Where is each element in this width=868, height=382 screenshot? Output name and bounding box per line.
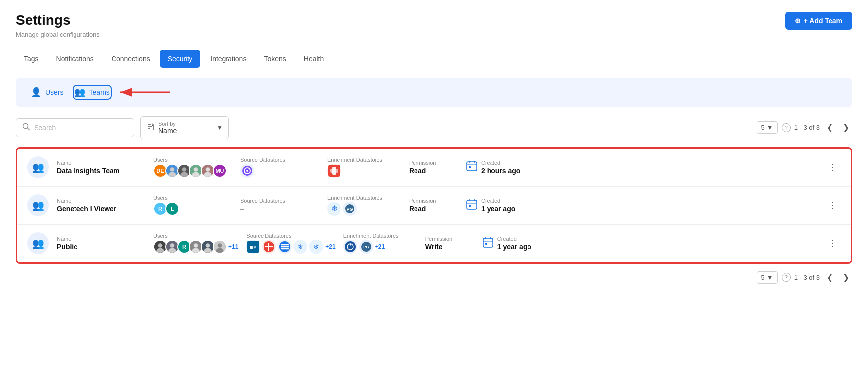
ds-icons: – [240,205,319,213]
ds-icon: ❄ [294,240,307,254]
svg-point-15 [194,167,198,172]
enrichment-col: Enrichment Datastores [327,157,401,178]
enrichment-icon: PG [343,202,357,216]
source-ds-label: Source Datastores [246,233,335,239]
svg-rect-67 [483,238,493,247]
team-name-col: Name Public [57,236,146,251]
created-label: Created [497,236,531,242]
page-subtitle: Manage global configurations [16,31,100,38]
tab-connections[interactable]: Connections [104,50,158,68]
page-size-chevron-icon: ▼ [767,274,773,281]
page-size-select-bottom[interactable]: 5 ▼ [757,271,778,284]
help-icon-top[interactable]: ? [782,123,791,132]
sort-by-value: Name [158,127,213,135]
page-title-section: Settings Manage global configurations [16,12,100,38]
enrichment-col: Enrichment Datastores ❄ PG [327,195,401,216]
enrichment-col: Enrichment Datastores PG +21 [343,233,417,254]
tab-integrations[interactable]: Integrations [202,50,254,68]
team-icon-genetech: 👥 [27,194,49,216]
more-options-button[interactable]: ⋮ [824,236,841,251]
more-options-button[interactable]: ⋮ [824,160,841,175]
sort-by-label: Sort by [158,121,213,127]
svg-point-18 [206,167,210,172]
tab-security[interactable]: Security [160,50,201,68]
ds-icon: IBM [246,240,260,254]
enrichment-ds-label: Enrichment Datastores [327,195,401,201]
page-header: Settings Manage global configurations ⊕ … [16,12,852,38]
source-datastores-col: Source Datastores – [240,198,319,213]
users-label: Users [153,157,232,163]
svg-point-51 [218,243,222,248]
permission-col: Permission Read [409,160,458,175]
sort-label-wrap: Sort by Name [158,121,213,135]
pagination-range-bottom: 1 - 3 of 3 [794,274,820,281]
source-datastores-col: Source Datastores IBM ❄ ❄ +21 [246,233,335,254]
search-box[interactable] [16,118,134,137]
svg-point-64 [349,244,351,245]
team-name-col: Name Genetech I Viewer [57,198,146,213]
users-col: Users R [153,233,238,254]
source-ds-label: Source Datastores [240,157,319,163]
more-options-button[interactable]: ⋮ [824,198,841,213]
users-label: Users [153,233,238,239]
created-info: Created 1 year ago [481,198,515,213]
svg-rect-25 [330,169,338,173]
next-page-button-top[interactable]: ❯ [840,122,852,133]
ds-icon [262,240,276,254]
ds-icons: IBM ❄ ❄ +21 [246,240,335,254]
calendar-icon [483,237,493,249]
help-icon-bottom[interactable]: ? [782,273,791,282]
sub-nav-users[interactable]: 👤 Users [22,82,73,103]
name-label: Name [57,160,146,166]
search-input[interactable] [34,124,128,132]
tab-notifications[interactable]: Notifications [48,50,102,68]
svg-text:PG: PG [363,245,369,249]
avatar: L [165,202,179,216]
name-label: Name [57,198,146,204]
ds-icons [240,164,319,178]
permission-value: Write [425,243,475,251]
svg-text:PG: PG [346,207,353,212]
page-size-select-top[interactable]: 5 ▼ [757,121,778,134]
created-label: Created [481,198,515,204]
permission-col: Permission Read [409,198,458,213]
add-team-button[interactable]: ⊕ + Add Team [785,12,852,30]
permission-label: Permission [425,236,475,242]
team-icon-public: 👥 [27,232,49,254]
users-icon: 👤 [31,87,41,98]
page-size-value-bottom: 5 [761,274,765,281]
users-label: Users [153,195,232,201]
svg-rect-30 [469,166,471,168]
created-info: Created 1 year ago [497,236,531,251]
tab-tags[interactable]: Tags [16,50,46,68]
team-name-value: Public [57,243,146,251]
search-icon [22,123,30,133]
avatar-group: DE MU [153,164,232,178]
enrichment-ds-label: Enrichment Datastores [327,157,401,163]
avatar-group: R +11 [153,240,238,254]
source-ds-extra: +21 [325,243,335,250]
svg-point-62 [345,241,356,252]
users-col: Users DE MU [153,157,232,178]
sort-select[interactable]: Sort by Name ▼ [140,116,229,139]
svg-point-42 [170,243,175,248]
enrichment-ds-label: Enrichment Datastores [343,233,417,239]
ds-icon [278,240,292,254]
prev-page-button-bottom[interactable]: ❮ [824,272,836,283]
tab-health[interactable]: Health [296,50,332,68]
enrichment-icons: ❄ PG [327,202,401,216]
prev-page-button-top[interactable]: ❮ [824,122,836,133]
svg-point-9 [170,167,175,172]
created-col: Created 1 year ago [466,198,530,213]
sub-nav-teams[interactable]: 👥 Teams [73,85,112,100]
source-ds-dash: – [240,205,244,213]
created-col: Created 2 hours ago [466,160,530,175]
teams-nav-wrapper: 👥 Teams [73,85,175,100]
avatar [213,240,226,254]
page-title: Settings [16,12,100,29]
tab-tokens[interactable]: Tokens [256,50,294,68]
sub-nav-users-label: Users [45,88,64,96]
svg-point-45 [194,243,198,248]
users-extra-count: +11 [228,243,238,250]
next-page-button-bottom[interactable]: ❯ [840,272,852,283]
